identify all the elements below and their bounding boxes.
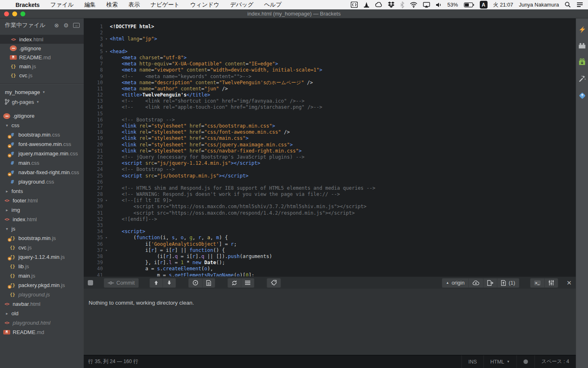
tree-file[interactable]: {}bootstrap.min.js	[0, 233, 84, 243]
indent-setting[interactable]: スペース : 4	[535, 355, 576, 368]
working-file-item[interactable]: MREADME.md	[0, 53, 84, 62]
tree-file[interactable]: {}cvc.js	[0, 243, 84, 252]
working-file-item[interactable]: {}main.js	[0, 62, 84, 71]
file-history-button[interactable]	[202, 278, 215, 288]
fetch-remote-button[interactable]	[468, 278, 483, 288]
code-line[interactable]: 11 <meta name="author" content="jun" />	[84, 86, 576, 92]
zoom-window-button[interactable]	[20, 11, 25, 16]
code-line[interactable]: 36 i['GoogleAnalyticsObject'] = r;	[84, 241, 576, 247]
tree-file[interactable]: {}playground.js	[0, 290, 84, 299]
menubar-clock[interactable]: 火 21:07	[493, 1, 513, 9]
code-line[interactable]: 22 <!-- jQuery (necessary for Bootstrap'…	[84, 154, 576, 160]
volume-icon[interactable]	[436, 2, 442, 8]
git-brackets-icon[interactable]	[578, 92, 586, 100]
code-editor[interactable]: 1<!DOCTYPE html>23▾<html lang="jp">45▾<h…	[84, 18, 576, 276]
code-line[interactable]: 27 <!-- HTML5 shim and Respond.js for IE…	[84, 185, 576, 191]
minimize-window-button[interactable]	[12, 11, 17, 16]
spotlight-icon[interactable]	[565, 2, 571, 8]
chevron-right-icon[interactable]: ▸	[4, 208, 10, 212]
refresh-button[interactable]	[227, 278, 241, 288]
beautify-icon[interactable]	[578, 75, 586, 83]
code-line[interactable]: 19 <link rel="stylesheet" href="css/main…	[84, 135, 576, 141]
lint-status[interactable]	[517, 355, 535, 368]
code-line[interactable]: 2	[84, 30, 576, 36]
menubar-user[interactable]: Junya Nakamura	[519, 2, 559, 8]
code-line[interactable]: 8 <meta name="viewport" content="width=d…	[84, 67, 576, 73]
close-window-button[interactable]	[4, 11, 9, 16]
tree-file[interactable]: #bootstrap.min.css	[0, 130, 84, 139]
code-line[interactable]: 21 <link rel="stylesheet" href="css/navb…	[84, 148, 576, 154]
chevron-right-icon[interactable]: ▸	[4, 189, 10, 193]
fold-arrow-icon[interactable]: ▾	[103, 197, 110, 204]
tree-file[interactable]: .gitignore	[0, 111, 84, 121]
code-line[interactable]: 20 <link rel="stylesheet" href="css/jque…	[84, 142, 576, 148]
input-source-icon[interactable]: A	[480, 1, 488, 9]
fold-arrow-icon[interactable]: ▾	[103, 49, 110, 55]
tree-file[interactable]: #font-awesome.min.css	[0, 139, 84, 149]
split-view-icon[interactable]: ↔	[73, 23, 80, 28]
tree-folder[interactable]: ▸img	[0, 205, 84, 215]
chevron-down-icon[interactable]: ▾	[4, 227, 10, 231]
vlc-icon[interactable]	[363, 2, 370, 8]
project-selector[interactable]: my_homepage ▾	[0, 87, 84, 97]
extension-manager-icon[interactable]	[578, 43, 586, 49]
code-line[interactable]: 23 <script src="js/jquery-1.12.4.min.js"…	[84, 160, 576, 166]
close-git-panel-icon[interactable]: ✕	[566, 279, 572, 287]
git-menu-button[interactable]	[241, 278, 254, 288]
tree-file[interactable]: #navbar-fixed-right.min.css	[0, 168, 84, 177]
fold-arrow-icon[interactable]: ▾	[103, 247, 110, 254]
code-line[interactable]: 18 <link rel="stylesheet" href="css/font…	[84, 129, 576, 135]
close-all-files-icon[interactable]: ⊗	[54, 22, 59, 29]
code-line[interactable]: 12 <title>TwelvePenguin's</title>	[84, 92, 576, 98]
menu-item[interactable]: ナビゲート	[150, 1, 179, 9]
code-line[interactable]: 25 <script src="js/bootstrap.min.js"></s…	[84, 173, 576, 179]
tree-file[interactable]: #main.css	[0, 158, 84, 168]
git-push-button[interactable]: (1)	[497, 278, 519, 288]
creative-cloud-icon[interactable]	[375, 2, 382, 7]
tree-file[interactable]: <>footer.html	[0, 196, 84, 205]
tree-folder[interactable]: ▸old	[0, 309, 84, 318]
tree-file[interactable]: MREADME.md	[0, 328, 84, 337]
tree-file[interactable]: #playground.css	[0, 177, 84, 186]
airplay-icon[interactable]	[423, 2, 430, 8]
code-line[interactable]: 29▾ <!--[if lt IE 9]>	[84, 197, 576, 204]
working-file-item[interactable]: {}cvc.js	[0, 71, 84, 80]
code-line[interactable]: 17 <link rel="stylesheet" href="css/boot…	[84, 123, 576, 129]
code-line[interactable]: 5▾<head>	[84, 49, 576, 55]
code-line[interactable]: 30 <script src="https://oss.maxcdn.com/h…	[84, 204, 576, 210]
language-selector[interactable]: HTML ▼	[483, 355, 517, 368]
code-line[interactable]: 9 <!-- <meta name="keywords" content="">…	[84, 74, 576, 80]
code-line[interactable]: 33	[84, 222, 576, 229]
working-file-item[interactable]: <>index.html	[0, 35, 84, 44]
gear-icon[interactable]: ⚙	[63, 22, 69, 29]
tag-button[interactable]	[267, 278, 281, 288]
commit-button[interactable]: Commit	[104, 278, 139, 288]
notification-center-icon[interactable]	[577, 2, 583, 7]
extension-updates-icon[interactable]	[578, 58, 586, 66]
code-line[interactable]: 4	[84, 43, 576, 49]
code-line[interactable]: 26	[84, 179, 576, 185]
app-menu[interactable]: Brackets	[16, 2, 40, 8]
menu-item[interactable]: ヘルプ	[264, 1, 282, 9]
code-line[interactable]: 15	[84, 111, 576, 117]
code-line[interactable]: 39 }, i[r].l = 1 * new Date();	[84, 260, 576, 266]
chevron-down-icon[interactable]: ▾	[4, 123, 10, 128]
tree-file[interactable]: {}lib.js	[0, 262, 84, 271]
git-history-button[interactable]	[188, 278, 202, 288]
overwrite-indicator[interactable]: INS	[461, 355, 483, 368]
brackets-app-icon[interactable]	[351, 2, 358, 8]
menu-item[interactable]: ファイル	[50, 1, 74, 9]
code-line[interactable]: 3▾<html lang="jp">	[84, 36, 576, 42]
remote-origin-button[interactable]: ▲ origin	[442, 278, 468, 288]
code-line[interactable]: 10 <meta name="description" content="Twe…	[84, 80, 576, 86]
tree-file[interactable]: <>playground.html	[0, 318, 84, 328]
tree-file[interactable]: {}packery.pkgd.min.js	[0, 280, 84, 290]
git-settings-button[interactable]	[544, 278, 558, 288]
code-line[interactable]: 37▾ i[r] = i[r] || function() {	[84, 247, 576, 254]
fold-arrow-icon[interactable]: ▾	[103, 235, 110, 241]
menu-item[interactable]: 表示	[128, 1, 140, 9]
code-line[interactable]: 16 <!-- Bootstrap -->	[84, 117, 576, 123]
tree-folder[interactable]: ▾css	[0, 121, 84, 130]
menu-item[interactable]: ウィンドウ	[190, 1, 220, 9]
tree-file[interactable]: #jquery.maximage.min.css	[0, 149, 84, 158]
